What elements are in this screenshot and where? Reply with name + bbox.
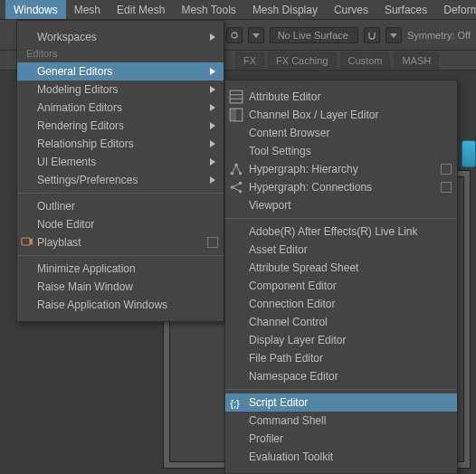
submenu-item-label: Evaluation Toolkit — [249, 450, 333, 463]
chevron-right-icon — [209, 66, 216, 79]
chevron-right-icon — [209, 120, 216, 133]
submenu-item-label: Viewport — [249, 199, 290, 212]
option-box-icon[interactable] — [441, 164, 452, 175]
menu-outliner[interactable]: Outliner — [17, 197, 224, 215]
menu-curves[interactable]: Curves — [326, 0, 376, 19]
submenu-component-editor[interactable]: Component Editor — [225, 277, 457, 295]
playblast-icon — [21, 235, 33, 248]
menu-mesh[interactable]: Mesh — [66, 0, 109, 19]
shelf-tab-custom[interactable]: Custom — [340, 52, 391, 69]
menu-relationship-editors[interactable]: Relationship Editors — [17, 135, 224, 153]
svg-marker-7 — [210, 122, 215, 129]
svg-line-22 — [236, 165, 241, 173]
svg-rect-17 — [230, 109, 236, 121]
menu-minimize-application[interactable]: Minimize Application — [17, 260, 224, 278]
magnet-icon[interactable] — [364, 27, 380, 43]
menu-animation-editors[interactable]: Animation Editors — [17, 99, 224, 117]
svg-marker-3 — [210, 33, 215, 41]
menu-item-label: Raise Main Window — [37, 280, 133, 293]
svg-marker-1 — [252, 33, 260, 38]
menu-mesh-display[interactable]: Mesh Display — [244, 0, 326, 19]
sym-dropdown-caret[interactable] — [386, 27, 402, 43]
menu-separator — [17, 193, 224, 194]
menu-playblast[interactable]: Playblast — [17, 233, 224, 251]
menu-general-editors[interactable]: General Editors — [17, 62, 224, 81]
menu-item-label: Playblast — [37, 236, 81, 249]
option-box-icon[interactable] — [441, 182, 452, 193]
submenu-hypergraph-hierarchy[interactable]: Hypergraph: Hierarchy — [225, 160, 457, 178]
submenu-channel-box[interactable]: Channel Box / Layer Editor — [225, 106, 457, 124]
submenu-display-layer-editor[interactable]: Display Layer Editor — [225, 331, 457, 349]
menu-item-label: Modeling Editors — [37, 83, 118, 96]
side-tool-button[interactable] — [462, 140, 476, 167]
submenu-file-path-editor[interactable]: File Path Editor — [225, 349, 457, 367]
submenu-hypergraph-connections[interactable]: Hypergraph: Connections — [225, 178, 457, 196]
submenu-attribute-editor[interactable]: Attribute Editor — [225, 88, 457, 106]
menu-raise-main-window[interactable]: Raise Main Window — [17, 278, 224, 296]
menu-raise-application-windows[interactable]: Raise Application Windows — [17, 296, 224, 314]
svg-rect-11 — [22, 238, 30, 245]
menu-item-label: Rendering Editors — [37, 119, 124, 132]
menu-item-label: Minimize Application — [37, 262, 136, 275]
snap-toggle-button[interactable] — [226, 27, 243, 43]
symmetry-label[interactable]: Symmetry: Off — [407, 30, 471, 41]
menu-item-label: Raise Application Windows — [37, 299, 167, 311]
menu-windows[interactable]: Windows — [5, 0, 66, 19]
submenu-item-label: Profiler — [249, 432, 283, 445]
menu-item-label: Animation Editors — [37, 101, 122, 114]
menu-edit-mesh[interactable]: Edit Mesh — [109, 0, 173, 19]
submenu-item-label: Channel Box / Layer Editor — [249, 109, 378, 121]
live-surface-field[interactable]: No Live Surface — [270, 27, 358, 43]
main-menubar: Windows Mesh Edit Mesh Mesh Tools Mesh D… — [0, 0, 476, 20]
submenu-item-label: Hypergraph: Hierarchy — [249, 163, 358, 175]
submenu-content-browser[interactable]: Content Browser — [225, 124, 457, 142]
submenu-tool-settings[interactable]: Tool Settings — [225, 142, 457, 160]
option-box-icon[interactable] — [207, 237, 218, 248]
menu-separator — [225, 389, 457, 390]
submenu-script-editor[interactable]: {;} Script Editor — [225, 393, 457, 412]
svg-marker-9 — [210, 158, 215, 166]
menu-workspaces-label: Workspaces — [37, 31, 97, 43]
submenu-profiler[interactable]: Profiler — [225, 430, 457, 448]
svg-marker-2 — [390, 33, 397, 38]
menu-workspaces[interactable]: Workspaces — [17, 28, 224, 46]
shelf-tab-fxcaching[interactable]: FX Caching — [268, 52, 336, 69]
svg-marker-6 — [210, 104, 215, 111]
submenu-item-label: Script Editor — [249, 396, 308, 409]
submenu-item-label: Attribute Editor — [249, 90, 320, 103]
editors-section-label: Editors — [17, 46, 224, 62]
menu-settings-preferences[interactable]: Settings/Preferences — [17, 171, 224, 189]
submenu-item-label: Command Shell — [249, 414, 326, 427]
submenu-namespace-editor[interactable]: Namespace Editor — [225, 367, 457, 385]
svg-marker-8 — [210, 140, 215, 147]
dropdown-caret-button[interactable] — [248, 27, 264, 43]
hypergraph-icon — [229, 162, 243, 176]
submenu-connection-editor[interactable]: Connection Editor — [225, 295, 457, 313]
svg-line-26 — [232, 183, 240, 187]
submenu-item-label: Content Browser — [249, 127, 329, 139]
menu-node-editor[interactable]: Node Editor — [17, 215, 224, 233]
menu-modeling-editors[interactable]: Modeling Editors — [17, 81, 224, 99]
menu-surfaces[interactable]: Surfaces — [376, 0, 435, 19]
menu-ui-elements[interactable]: UI Elements — [17, 153, 224, 171]
submenu-evaluation-toolkit[interactable]: Evaluation Toolkit — [225, 448, 457, 466]
submenu-channel-control[interactable]: Channel Control — [225, 313, 457, 331]
svg-point-0 — [232, 33, 237, 38]
shelf-tab-fx[interactable]: FX — [235, 52, 264, 69]
shelf-tab-mash[interactable]: MASH — [394, 52, 439, 69]
submenu-viewport[interactable]: Viewport — [225, 196, 457, 214]
submenu-attribute-spreadsheet[interactable]: Attribute Spread Sheet — [225, 259, 457, 277]
svg-marker-4 — [210, 68, 215, 75]
windows-menu-dropdown: Workspaces Editors General Editors Model… — [16, 20, 224, 322]
menu-item-label: UI Elements — [37, 156, 96, 168]
chevron-right-icon — [209, 138, 216, 151]
menu-item-label: Outliner — [37, 200, 75, 213]
menu-rendering-editors[interactable]: Rendering Editors — [17, 117, 224, 135]
menu-mesh-tools[interactable]: Mesh Tools — [173, 0, 243, 19]
menu-separator — [225, 218, 457, 219]
menu-deform[interactable]: Deform — [435, 0, 476, 19]
svg-marker-5 — [210, 86, 215, 93]
submenu-command-shell[interactable]: Command Shell — [225, 412, 457, 430]
submenu-asset-editor[interactable]: Asset Editor — [225, 241, 457, 259]
submenu-ae-live-link[interactable]: Adobe(R) After Effects(R) Live Link — [225, 223, 457, 241]
